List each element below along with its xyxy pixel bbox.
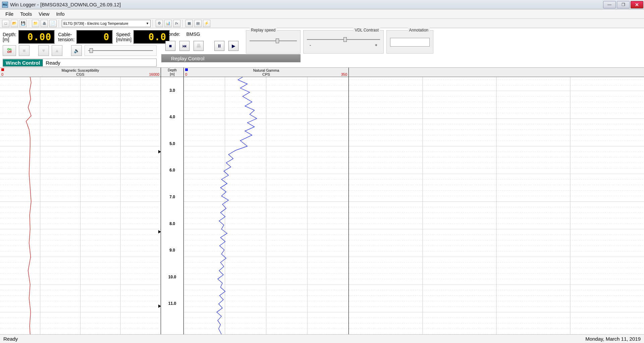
- tension-value: 0: [76, 30, 113, 44]
- depth-readout: Depth:[m] 0.00: [3, 30, 55, 44]
- track-magsus: Magnetic Susceptibility CGS 0 16000: [0, 68, 161, 334]
- sonde-value: BMSG: [186, 31, 200, 37]
- magsus-color-icon: [1, 68, 4, 71]
- sound-button[interactable]: 🔈: [71, 45, 82, 56]
- depth-tick: 6.0: [161, 168, 183, 173]
- track-blank: [349, 68, 644, 334]
- grid1-icon[interactable]: ▦: [185, 20, 193, 27]
- replay-print-button[interactable]: 🖶: [194, 41, 204, 51]
- menu-info[interactable]: Info: [53, 10, 68, 17]
- depth-tick: 5.0: [161, 141, 183, 146]
- menu-view[interactable]: View: [35, 10, 53, 17]
- status-bar: Ready Monday, March 11, 2019: [0, 334, 644, 343]
- sonde-field: Sonde:BMSG: [161, 30, 243, 38]
- status-left: Ready: [3, 336, 18, 342]
- maximize-button[interactable]: ❐: [617, 1, 630, 8]
- winch-status-bar: Winch Control Ready: [3, 59, 157, 67]
- depth-tick: 9.0: [161, 248, 183, 253]
- flash-icon[interactable]: ⚡: [203, 20, 210, 27]
- depth-tick: 10.0: [161, 275, 183, 279]
- minimize-button[interactable]: —: [603, 1, 616, 8]
- replay-control-bar: Replay Control: [161, 54, 301, 62]
- new-icon[interactable]: □: [2, 20, 9, 27]
- combo-value: ELTG [9739] - Electric Log Temperature: [63, 21, 128, 25]
- depth-value: 0.00: [18, 30, 55, 44]
- winch-control-label: Winch Control: [3, 59, 43, 66]
- onoff-button[interactable]: OnOff: [3, 45, 16, 56]
- grid2-icon[interactable]: ▤: [194, 20, 202, 27]
- depth-tick: 11.0: [161, 301, 183, 306]
- stop-button[interactable]: ■: [19, 45, 30, 56]
- replay-play-button[interactable]: ▶: [228, 41, 238, 51]
- log-tracks: Magnetic Susceptibility CGS 0 16000 Dept…: [0, 67, 644, 334]
- print-icon[interactable]: 🖶: [41, 20, 48, 27]
- vdl-contrast-panel: VDL Contrast -+: [303, 30, 384, 54]
- status-date: Monday, March 11, 2019: [585, 336, 641, 342]
- depth-tick: 3.0: [161, 88, 183, 93]
- annotation-panel: Annotation: [386, 30, 433, 54]
- down-button[interactable]: ▼: [38, 45, 49, 56]
- save-icon[interactable]: 💾: [19, 20, 27, 27]
- winch-slider[interactable]: [85, 45, 157, 56]
- annotation-input[interactable]: [390, 38, 430, 47]
- app-icon: RG: [2, 2, 8, 8]
- menu-tools[interactable]: Tools: [17, 10, 35, 17]
- menu-bar: File Tools View Info: [0, 9, 644, 19]
- window-title: Win Logger - [BMSG9243_DOWNLOG_26.09.12]: [10, 2, 603, 7]
- toolbar: □ 📂 💾 📁 🖶 📄 ELTG [9739] - Electric Log T…: [0, 19, 644, 28]
- depth-marker-icon: [158, 230, 161, 233]
- replay-speed-panel: Replay speed: [246, 30, 301, 54]
- replay-speed-slider[interactable]: [276, 39, 279, 43]
- replay-pause-button[interactable]: ⏸: [214, 41, 224, 51]
- vdl-slider[interactable]: [343, 37, 347, 42]
- chart-icon[interactable]: 📊: [164, 20, 172, 27]
- chevron-down-icon: ▼: [146, 22, 149, 25]
- depth-marker-icon: [158, 150, 161, 153]
- tension-readout: Cable-tension: 0: [58, 30, 113, 44]
- printpreview-icon[interactable]: 📄: [49, 20, 57, 27]
- track-depth: Depth [m] 3.04.05.06.07.08.09.010.011.0: [161, 68, 184, 334]
- depth-tick: 8.0: [161, 221, 183, 226]
- track-gamma: Natural Gamma CPS 0 350: [184, 68, 349, 334]
- replay-stop-button[interactable]: ■: [165, 41, 175, 51]
- open-icon[interactable]: 📂: [11, 20, 18, 27]
- folder-icon[interactable]: 📁: [32, 20, 39, 27]
- close-button[interactable]: ✕: [631, 1, 643, 8]
- settings-icon[interactable]: ⚙: [156, 20, 163, 27]
- depth-tick: 4.0: [161, 115, 183, 119]
- menu-file[interactable]: File: [2, 10, 17, 17]
- gamma-color-icon: [185, 68, 188, 71]
- up-button[interactable]: ▲: [52, 45, 62, 56]
- depth-marker-icon: [158, 304, 161, 308]
- depth-tick: 7.0: [161, 195, 183, 199]
- fx-icon[interactable]: f×: [173, 20, 180, 27]
- log-type-combo[interactable]: ELTG [9739] - Electric Log Temperature ▼: [62, 20, 151, 27]
- winch-status: Ready: [43, 59, 156, 66]
- titlebar: RG Win Logger - [BMSG9243_DOWNLOG_26.09.…: [0, 0, 644, 9]
- replay-rewind-button[interactable]: ⏮: [179, 41, 190, 51]
